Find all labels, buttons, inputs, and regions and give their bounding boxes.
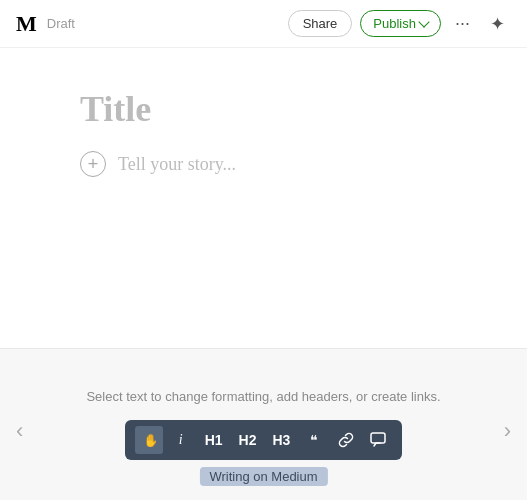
more-options-button[interactable]: ···: [449, 9, 476, 38]
draft-label: Draft: [47, 16, 75, 31]
ai-button[interactable]: ✦: [484, 9, 511, 39]
link-button[interactable]: [332, 426, 360, 454]
title-placeholder[interactable]: Title: [80, 88, 447, 131]
h3-button[interactable]: H3: [266, 426, 296, 454]
quote-button[interactable]: ❝: [300, 426, 328, 454]
medium-logo: M: [16, 11, 37, 37]
header: M Draft Share Publish ··· ✦: [0, 0, 527, 48]
bold-button[interactable]: ✋: [135, 426, 163, 454]
h1-button[interactable]: H1: [199, 426, 229, 454]
svg-rect-1: [371, 433, 385, 443]
toolbar-container: ✋ i H1 H2 H3 ❝ Writing on Me: [125, 420, 403, 460]
bottom-panel: Select text to change formatting, add he…: [0, 348, 527, 500]
format-toolbar: ✋ i H1 H2 H3 ❝: [125, 420, 403, 460]
chevron-down-icon: [418, 16, 429, 27]
add-content-button[interactable]: +: [80, 151, 106, 177]
hand-icon: ✋: [142, 433, 156, 447]
share-button[interactable]: Share: [288, 10, 353, 37]
selection-label: Writing on Medium: [199, 467, 327, 486]
next-arrow-button[interactable]: ›: [504, 418, 511, 444]
publish-button[interactable]: Publish: [360, 10, 441, 37]
svg-text:✋: ✋: [143, 433, 156, 447]
comment-icon: [370, 432, 386, 448]
editor-area[interactable]: Title + Tell your story...: [0, 48, 527, 388]
italic-button[interactable]: i: [167, 426, 195, 454]
link-icon: [338, 432, 354, 448]
publish-label: Publish: [373, 16, 416, 31]
header-left: M Draft: [16, 11, 75, 37]
prev-arrow-button[interactable]: ‹: [16, 418, 23, 444]
header-right: Share Publish ··· ✦: [288, 9, 511, 39]
body-row: + Tell your story...: [80, 151, 447, 177]
h2-button[interactable]: H2: [233, 426, 263, 454]
comment-button[interactable]: [364, 426, 392, 454]
hint-text: Select text to change formatting, add he…: [86, 389, 440, 404]
body-placeholder[interactable]: Tell your story...: [118, 154, 236, 175]
